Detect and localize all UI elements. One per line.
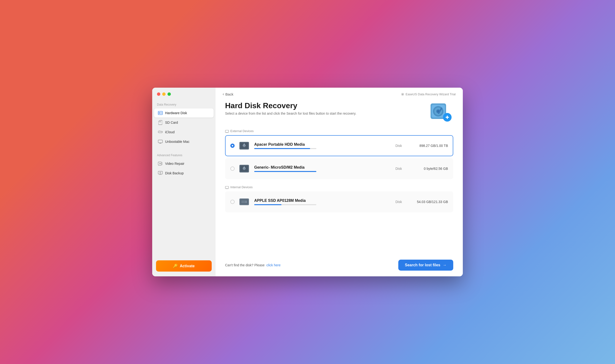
main-content: ‹ Back 🖥 EaseUS Data Recovery Wizard Tri…: [216, 88, 463, 276]
svg-point-34: [243, 144, 246, 147]
search-for-lost-files-button[interactable]: Search for lost files →: [398, 260, 454, 271]
advanced-features-section-label: Advanced Features: [152, 150, 216, 159]
hardware-disk-icon: [158, 111, 163, 115]
device-row-apple-ssd[interactable]: APPLE SSD AP0128M Media Disk 54.03 GB/12…: [225, 191, 453, 212]
apacer-icon: [238, 140, 250, 152]
svg-rect-28: [447, 116, 448, 119]
maximize-button[interactable]: [168, 92, 171, 96]
sidebar-item-icloud[interactable]: iCloud: [154, 128, 214, 137]
data-recovery-section-label: Data Recovery: [152, 100, 216, 108]
unbootable-mac-icon: [158, 139, 163, 144]
click-here-link[interactable]: click here: [266, 263, 280, 267]
svg-point-39: [245, 145, 246, 146]
external-devices-label: External Devices: [225, 129, 453, 133]
device-size-apple-ssd: 54.03 GB/121.33 GB: [412, 200, 448, 204]
top-bar: ‹ Back 🖥 EaseUS Data Recovery Wizard Tri…: [216, 88, 463, 96]
svg-point-2: [161, 113, 162, 114]
hero-icon: [429, 101, 453, 123]
radio-apacer[interactable]: [230, 143, 235, 148]
content-area: Hard Disk Recovery Select a device from …: [216, 96, 463, 256]
sidebar-item-label-sd-card: SD Card: [165, 121, 178, 124]
device-name-apple-ssd: APPLE SSD AP0128M Media: [254, 198, 388, 203]
device-type-apple-ssd: Disk: [395, 200, 405, 204]
activate-button[interactable]: 🔑 Activate: [156, 260, 212, 272]
microsd-icon: [238, 162, 250, 175]
page-header: Hard Disk Recovery Select a device from …: [225, 101, 453, 123]
device-type-microsd: Disk: [395, 167, 405, 170]
sidebar-item-sd-card[interactable]: SD Card: [154, 118, 214, 127]
sidebar-item-label-hardware-disk: Hardware Disk: [165, 111, 187, 115]
sidebar: Data Recovery Hardware Disk: [152, 88, 216, 276]
disk-backup-icon: [158, 171, 163, 176]
apple-ssd-icon: [238, 196, 250, 208]
svg-line-16: [162, 164, 162, 165]
app-window: Data Recovery Hardware Disk: [152, 88, 463, 276]
sidebar-item-label-unbootable-mac: Unbootable Mac: [165, 140, 189, 143]
arrow-icon: →: [443, 263, 446, 267]
page-title: Hard Disk Recovery: [225, 101, 356, 110]
svg-point-46: [243, 168, 244, 169]
device-size-apacer: 898.27 GB/1.00 TB: [412, 144, 448, 148]
device-row-apacer[interactable]: Apacer Portable HDD Media Disk 898.27 GB…: [225, 135, 453, 156]
app-icon: 🖥: [401, 92, 404, 96]
sidebar-item-video-repair[interactable]: Video Repair: [154, 159, 214, 168]
svg-rect-9: [158, 140, 162, 143]
device-name-microsd: Generic- MicroSD/M2 Media: [254, 165, 388, 169]
sidebar-item-disk-backup[interactable]: Disk Backup: [154, 169, 214, 178]
svg-point-18: [160, 172, 161, 173]
bottom-bar: Can't find the disk? Please click here S…: [216, 256, 463, 276]
progress-bar-fill-microsd: [254, 171, 316, 172]
device-size-microsd: 0 byte/62.56 GB: [412, 167, 448, 170]
page-header-left: Hard Disk Recovery Select a device from …: [225, 101, 356, 115]
back-chevron-icon: ‹: [223, 92, 224, 96]
device-info-microsd: Generic- MicroSD/M2 Media: [254, 165, 388, 172]
progress-bar-bg-microsd: [254, 171, 316, 172]
sidebar-item-hardware-disk[interactable]: Hardware Disk: [154, 108, 214, 117]
progress-bar-bg-apacer: [254, 148, 316, 149]
cant-find-text: Can't find the disk? Please click here: [225, 263, 280, 267]
device-info-apple-ssd: APPLE SSD AP0128M Media: [254, 198, 388, 205]
svg-marker-13: [160, 163, 161, 164]
app-title: 🖥 EaseUS Data Recovery Wizard Trial: [401, 92, 456, 96]
activate-icon: 🔑: [173, 264, 178, 268]
sd-card-icon: [158, 120, 163, 125]
radio-apple-ssd[interactable]: [230, 200, 235, 204]
device-type-apacer: Disk: [395, 144, 405, 148]
svg-point-56: [245, 201, 247, 203]
device-info-apacer: Apacer Portable HDD Media: [254, 142, 388, 149]
progress-bar-fill-apacer: [254, 148, 310, 149]
sidebar-item-label-disk-backup: Disk Backup: [165, 171, 184, 175]
activate-label: Activate: [180, 264, 195, 268]
sidebar-item-label-icloud: iCloud: [165, 130, 175, 134]
minimize-button[interactable]: [162, 92, 166, 96]
back-button[interactable]: ‹ Back: [223, 92, 234, 96]
radio-microsd[interactable]: [230, 167, 235, 171]
svg-rect-17: [158, 171, 162, 174]
sidebar-item-unbootable-mac[interactable]: Unbootable Mac: [154, 137, 214, 146]
back-label: Back: [225, 92, 233, 96]
window-controls: [152, 88, 216, 100]
internal-devices-label: Internal Devices: [225, 185, 453, 189]
svg-line-14: [162, 162, 162, 163]
progress-bar-bg-apple-ssd: [254, 204, 316, 205]
device-row-microsd[interactable]: Generic- MicroSD/M2 Media Disk 0 byte/62…: [225, 158, 453, 179]
app-title-text: EaseUS Data Recovery Wizard Trial: [406, 92, 456, 96]
device-name-apacer: Apacer Portable HDD Media: [254, 142, 388, 147]
progress-bar-fill-apple-ssd: [254, 204, 281, 205]
svg-point-42: [243, 167, 246, 170]
svg-point-47: [245, 168, 246, 169]
video-repair-icon: [158, 161, 163, 166]
svg-point-38: [243, 145, 244, 146]
close-button[interactable]: [157, 92, 160, 96]
search-button-label: Search for lost files: [405, 263, 441, 267]
sidebar-item-label-video-repair: Video Repair: [165, 162, 184, 166]
page-subtitle: Select a device from the list and click …: [225, 112, 356, 115]
icloud-icon: [158, 130, 163, 134]
